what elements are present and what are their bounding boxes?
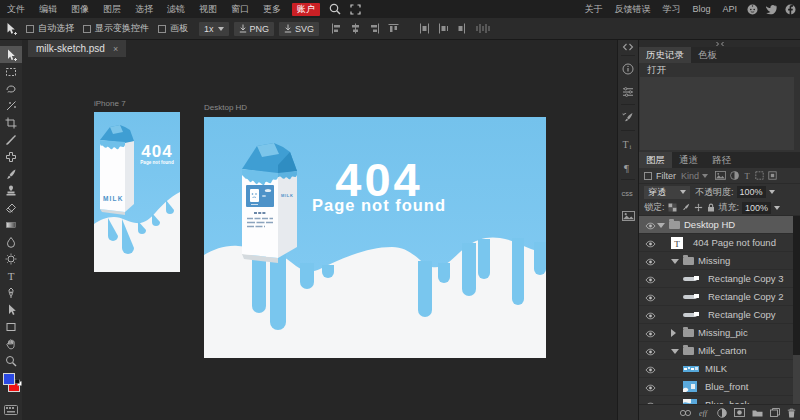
clone-stamp-tool[interactable] bbox=[0, 182, 22, 199]
css-icon[interactable]: css bbox=[618, 181, 638, 204]
layer-visibility-icon[interactable] bbox=[645, 293, 656, 304]
link-layers-icon[interactable] bbox=[679, 409, 692, 417]
eraser-tool[interactable] bbox=[0, 199, 22, 216]
collapse-triangle-icon[interactable] bbox=[671, 259, 679, 264]
lasso-tool[interactable] bbox=[0, 80, 22, 97]
properties-icon[interactable] bbox=[618, 80, 638, 103]
layer-name[interactable]: Missing_pic bbox=[698, 327, 748, 338]
facebook-icon[interactable] bbox=[785, 4, 796, 15]
layers-scrollbar-thumb[interactable] bbox=[793, 355, 800, 404]
layer-name[interactable]: Desktop HD bbox=[684, 219, 735, 230]
twitter-icon[interactable] bbox=[766, 4, 777, 15]
scale-dropdown[interactable]: 1x bbox=[199, 22, 229, 36]
crop-tool[interactable] bbox=[0, 114, 22, 131]
layer-name[interactable]: Rectangle Copy 2 bbox=[708, 291, 784, 302]
menu-right-1[interactable]: 关于 bbox=[578, 0, 608, 18]
menu-right-3[interactable]: 学习 bbox=[656, 0, 686, 18]
align-right-icon[interactable] bbox=[369, 23, 388, 34]
layers-tab[interactable]: 图层 bbox=[639, 152, 672, 168]
history-tab[interactable]: 历史记录 bbox=[639, 47, 691, 63]
layer-thumbnail[interactable] bbox=[683, 381, 697, 394]
layer-row-milk-carton[interactable]: Milk_carton bbox=[639, 342, 800, 360]
menu-right-4[interactable]: Blog bbox=[686, 0, 716, 18]
layer-thumbnail[interactable]: T bbox=[671, 237, 683, 251]
layer-name[interactable]: MILK bbox=[705, 363, 727, 374]
show-controls-checkbox[interactable] bbox=[83, 25, 91, 33]
collapse-triangle-icon[interactable] bbox=[657, 223, 665, 228]
move-tool[interactable] bbox=[0, 46, 22, 63]
align-left-icon[interactable] bbox=[331, 23, 350, 34]
distribute-2-icon[interactable] bbox=[438, 23, 457, 34]
layer-visibility-icon[interactable] bbox=[645, 347, 656, 358]
layer-visibility-icon[interactable] bbox=[645, 365, 656, 376]
image-icon[interactable] bbox=[618, 204, 638, 227]
layer-effects-icon[interactable]: eff bbox=[699, 409, 710, 417]
artboard-iphone7[interactable]: MILK 404 Page not found bbox=[94, 112, 180, 272]
export-svg-button[interactable]: SVG bbox=[279, 22, 319, 36]
layer-thumbnail[interactable] bbox=[683, 363, 699, 377]
align-center-icon[interactable] bbox=[350, 23, 369, 34]
zoom-tool[interactable] bbox=[0, 352, 22, 369]
new-adjustment-icon[interactable] bbox=[717, 408, 727, 418]
healing-tool[interactable] bbox=[0, 148, 22, 165]
menu-1[interactable]: 文件 bbox=[0, 0, 32, 18]
layer-visibility-icon[interactable] bbox=[645, 257, 656, 268]
layer-thumbnail[interactable] bbox=[683, 273, 700, 287]
menu-right-2[interactable]: 反馈错误 bbox=[608, 0, 656, 18]
layer-name[interactable]: Missing bbox=[698, 255, 730, 266]
align-top-icon[interactable] bbox=[388, 23, 407, 34]
menu-6[interactable]: 滤镜 bbox=[160, 0, 192, 18]
direct-select-tool[interactable] bbox=[0, 301, 22, 318]
layer-row-desktop-hd[interactable]: Desktop HD bbox=[639, 216, 800, 234]
lock-position-icon[interactable] bbox=[694, 203, 703, 212]
menu-7[interactable]: 视图 bbox=[192, 0, 224, 18]
layers-tab[interactable]: 路径 bbox=[705, 152, 738, 168]
layer-row-rectangle-copy-3[interactable]: Rectangle Copy 3 bbox=[639, 270, 800, 288]
brush-tool[interactable] bbox=[0, 165, 22, 182]
distribute-1-icon[interactable] bbox=[419, 23, 438, 34]
magic-wand-tool[interactable] bbox=[0, 97, 22, 114]
history-tab[interactable]: 色板 bbox=[691, 47, 724, 63]
artboard-label-desktop[interactable]: Desktop HD bbox=[204, 103, 247, 112]
character-icon[interactable]: Ti bbox=[618, 132, 638, 155]
default-swatches-icon[interactable] bbox=[15, 372, 22, 390]
new-group-icon[interactable] bbox=[752, 409, 763, 417]
dodge-tool[interactable] bbox=[0, 250, 22, 267]
paragraph-icon[interactable]: ¶ bbox=[618, 155, 638, 178]
filter-shape-icon[interactable] bbox=[755, 171, 764, 180]
layer-name[interactable]: Blue_front bbox=[705, 381, 748, 392]
layer-visibility-icon[interactable] bbox=[645, 311, 656, 322]
layers-tab[interactable]: 通道 bbox=[672, 152, 705, 168]
artboard-checkbox[interactable] bbox=[158, 25, 166, 33]
menu-5[interactable]: 选择 bbox=[128, 0, 160, 18]
opacity-value[interactable]: 100% bbox=[737, 186, 766, 198]
account-button[interactable]: 账户 bbox=[292, 3, 320, 16]
filter-image-icon[interactable] bbox=[715, 171, 726, 180]
filter-adjustment-icon[interactable] bbox=[730, 171, 739, 180]
blend-mode-dropdown[interactable]: 穿透 bbox=[644, 186, 690, 199]
filter-checkbox[interactable] bbox=[644, 172, 652, 180]
collapse-triangle-icon[interactable] bbox=[671, 349, 679, 354]
history-item-open[interactable]: 打开 bbox=[639, 63, 800, 76]
hand-tool[interactable] bbox=[0, 335, 22, 352]
delete-layer-icon[interactable] bbox=[787, 408, 796, 418]
layer-visibility-icon[interactable] bbox=[645, 239, 656, 250]
type-tool[interactable]: T bbox=[0, 267, 22, 284]
layer-name[interactable]: Milk_carton bbox=[698, 345, 747, 356]
layer-row-404-page-not-found[interactable]: T404 Page not found bbox=[639, 234, 800, 252]
rectangle-tool[interactable] bbox=[0, 318, 22, 335]
layer-row-rectangle-copy[interactable]: Rectangle Copy bbox=[639, 306, 800, 324]
new-layer-icon[interactable] bbox=[770, 408, 780, 417]
artboard-label-iphone[interactable]: iPhone 7 bbox=[94, 99, 126, 108]
layer-visibility-icon[interactable] bbox=[645, 275, 656, 286]
layer-visibility-icon[interactable] bbox=[645, 221, 656, 232]
lock-paint-icon[interactable] bbox=[681, 203, 690, 212]
info-icon[interactable] bbox=[618, 57, 638, 80]
document-tab[interactable]: milk-sketch.psd × bbox=[28, 40, 126, 57]
distribute-3-icon[interactable] bbox=[457, 23, 476, 34]
layer-visibility-icon[interactable] bbox=[645, 383, 656, 394]
filter-type-icon[interactable]: T bbox=[743, 171, 751, 180]
layer-thumbnail[interactable] bbox=[683, 309, 700, 323]
reddit-icon[interactable] bbox=[747, 4, 758, 15]
expand-panels-icon[interactable] bbox=[618, 40, 638, 54]
